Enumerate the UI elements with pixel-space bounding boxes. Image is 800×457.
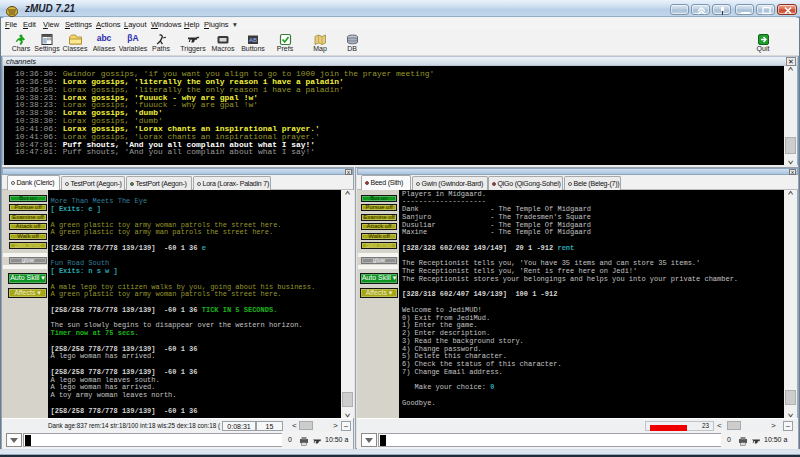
svg-text:AB: AB	[249, 37, 257, 43]
